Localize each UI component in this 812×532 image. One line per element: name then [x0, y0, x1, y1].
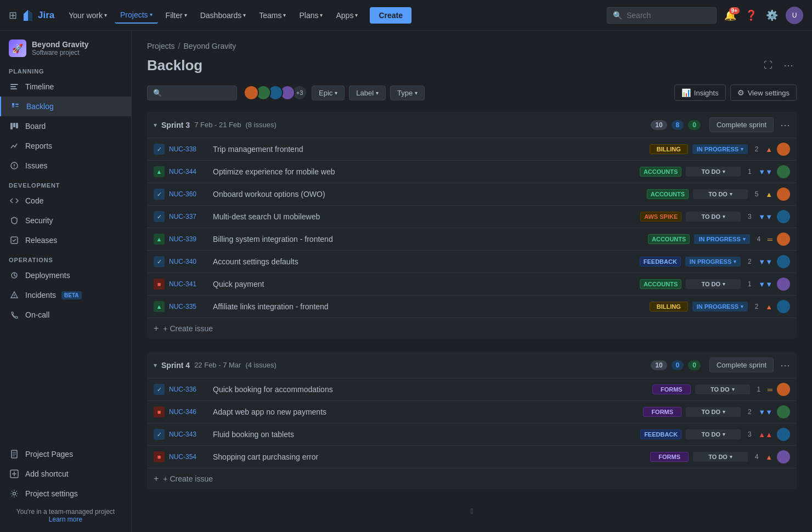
priority-up-icon[interactable]: ▲ — [765, 145, 772, 154]
table-row[interactable]: ▲ NUC-344 Optimize experience for mobile… — [147, 160, 797, 183]
issue-assignee[interactable] — [777, 165, 790, 178]
nav-plans[interactable]: Plans ▾ — [294, 8, 328, 23]
sidebar-item-board[interactable]: Board — [0, 116, 131, 136]
priority-medium-icon[interactable]: ═ — [768, 235, 772, 244]
issue-key[interactable]: NUC-337 — [169, 213, 208, 220]
issue-assignee[interactable] — [777, 278, 790, 291]
search-bar[interactable]: 🔍 — [607, 7, 717, 24]
issue-status[interactable]: IN PROGRESS ▾ — [692, 302, 748, 312]
issue-assignee[interactable] — [777, 383, 790, 396]
table-row[interactable]: ▲ NUC-335 Affiliate links integration - … — [147, 295, 797, 318]
table-row[interactable]: ▲ NUC-339 Billing system integration - f… — [147, 228, 797, 250]
priority-down-icon[interactable]: ▼▼ — [758, 280, 772, 288]
issue-key[interactable]: NUC-341 — [169, 280, 208, 288]
footer-link[interactable]: Learn more — [9, 516, 122, 523]
priority-medium-icon[interactable]: ═ — [768, 386, 772, 394]
notifications-icon[interactable]: 🔔 9+ — [721, 6, 740, 25]
table-row[interactable]: ✓ NUC-337 Multi-dest search UI mobileweb… — [147, 205, 797, 228]
nav-dashboards[interactable]: Dashboards ▾ — [195, 8, 252, 23]
issue-assignee[interactable] — [777, 188, 790, 201]
priority-down-icon[interactable]: ▼▼ — [758, 408, 772, 416]
priority-highest-icon[interactable]: ▲▲ — [758, 431, 772, 439]
sidebar-item-deployments[interactable]: Deployments — [0, 265, 131, 285]
issue-key[interactable]: NUC-346 — [169, 408, 208, 416]
nav-filter[interactable]: Filter ▾ — [160, 8, 193, 23]
create-issue-sprint4[interactable]: + + Create issue — [147, 468, 797, 489]
backlog-search-input[interactable] — [165, 89, 231, 97]
sprint3-header[interactable]: ▾ Sprint 3 7 Feb - 21 Feb (8 issues) 10 … — [147, 112, 797, 138]
issue-status[interactable]: TO DO ▾ — [693, 189, 748, 199]
issue-assignee[interactable] — [777, 450, 790, 463]
issue-key[interactable]: NUC-344 — [169, 168, 208, 176]
label-filter[interactable]: Label ▾ — [349, 86, 386, 100]
priority-up-icon[interactable]: ▲ — [765, 453, 772, 461]
sprint4-more-icon[interactable]: ⋯ — [780, 359, 790, 371]
nav-apps[interactable]: Apps ▾ — [330, 8, 363, 23]
issue-assignee[interactable] — [777, 255, 790, 268]
type-filter[interactable]: Type ▾ — [390, 86, 425, 100]
issue-assignee[interactable] — [777, 428, 790, 441]
table-row[interactable]: ✓ NUC-338 Trip management frontend BILLI… — [147, 138, 797, 160]
sidebar-item-releases[interactable]: Releases — [0, 230, 131, 250]
issue-key[interactable]: NUC-335 — [169, 303, 208, 310]
avatar-filter-1[interactable] — [244, 85, 259, 100]
issue-status[interactable]: TO DO ▾ — [686, 212, 741, 222]
sidebar-item-timeline[interactable]: Timeline — [0, 77, 131, 97]
view-settings-button[interactable]: ⚙ View settings — [730, 84, 797, 101]
table-row[interactable]: ✓ NUC-336 Quick booking for accommodatio… — [147, 378, 797, 400]
issue-status[interactable]: TO DO ▾ — [686, 429, 741, 439]
priority-up-icon[interactable]: ▲ — [765, 190, 772, 199]
sidebar-item-project-settings[interactable]: Project settings — [0, 484, 131, 503]
table-row[interactable]: ■ NUC-341 Quick payment ACCOUNTS TO DO ▾… — [147, 273, 797, 295]
table-row[interactable]: ✓ NUC-343 Fluid booking on tablets FEEDB… — [147, 423, 797, 445]
nav-yourwork[interactable]: Your work ▾ — [63, 8, 112, 23]
epic-filter[interactable]: Epic ▾ — [312, 86, 345, 100]
sidebar-item-security[interactable]: Security — [0, 211, 131, 230]
logo[interactable]: Jira — [21, 9, 54, 22]
issue-status[interactable]: TO DO ▾ — [695, 384, 750, 394]
issue-status[interactable]: TO DO ▾ — [686, 167, 741, 177]
insights-button[interactable]: 📊 Insights — [674, 84, 726, 101]
sidebar-item-issues[interactable]: Issues — [0, 156, 131, 176]
sidebar-item-oncall[interactable]: On-call — [0, 305, 131, 325]
sidebar-item-project-pages[interactable]: Project Pages — [0, 444, 131, 464]
sprint4-complete-btn[interactable]: Complete sprint — [709, 358, 774, 372]
priority-down-icon[interactable]: ▼▼ — [758, 258, 772, 266]
issue-key[interactable]: NUC-340 — [169, 258, 208, 265]
sidebar-project[interactable]: 🚀 Beyond Gravity Software project — [0, 31, 131, 64]
issue-status[interactable]: TO DO ▾ — [686, 279, 741, 289]
issue-key[interactable]: NUC-354 — [169, 453, 208, 461]
create-issue-sprint3[interactable]: + + Create issue — [147, 318, 797, 339]
expand-button[interactable]: ⛶ — [760, 56, 776, 75]
issue-key[interactable]: NUC-339 — [169, 235, 208, 243]
issue-assignee[interactable] — [777, 233, 790, 246]
settings-icon[interactable]: ⚙️ — [763, 6, 781, 25]
avatar[interactable]: U — [786, 7, 803, 24]
sidebar-item-incidents[interactable]: Incidents BETA — [0, 285, 131, 305]
backlog-search[interactable]: 🔍 — [147, 86, 237, 100]
nav-projects[interactable]: Projects ▾ — [115, 7, 158, 24]
table-row[interactable]: ■ NUC-346 Adapt web app no new payments … — [147, 400, 797, 423]
issue-assignee[interactable] — [777, 300, 790, 313]
issue-status[interactable]: IN PROGRESS ▾ — [692, 144, 748, 154]
issue-status[interactable]: TO DO ▾ — [686, 407, 741, 417]
table-row[interactable]: ■ NUC-354 Shopping cart purchasing error… — [147, 445, 797, 468]
breadcrumb-projects[interactable]: Projects — [147, 42, 175, 50]
more-options-button[interactable]: ⋯ — [780, 56, 797, 75]
help-icon[interactable]: ❓ — [742, 6, 760, 25]
issue-key[interactable]: NUC-343 — [169, 431, 208, 438]
issue-assignee[interactable] — [777, 143, 790, 156]
priority-down-icon[interactable]: ▼▼ — [758, 168, 772, 176]
create-button[interactable]: Create — [370, 7, 411, 24]
issue-assignee[interactable] — [777, 405, 790, 418]
table-row[interactable]: ✓ NUC-340 Account settings defaults FEED… — [147, 250, 797, 273]
sidebar-item-add-shortcut[interactable]: Add shortcut — [0, 464, 131, 484]
issue-key[interactable]: NUC-336 — [169, 386, 208, 393]
sidebar-item-reports[interactable]: Reports — [0, 136, 131, 156]
priority-down-icon[interactable]: ▼▼ — [758, 213, 772, 221]
sprint4-header[interactable]: ▾ Sprint 4 22 Feb - 7 Mar (4 issues) 10 … — [147, 352, 797, 378]
breadcrumb-project[interactable]: Beyond Gravity — [183, 42, 236, 50]
sidebar-item-code[interactable]: Code — [0, 191, 131, 211]
search-input[interactable] — [627, 11, 698, 20]
issue-key[interactable]: NUC-338 — [169, 145, 208, 153]
